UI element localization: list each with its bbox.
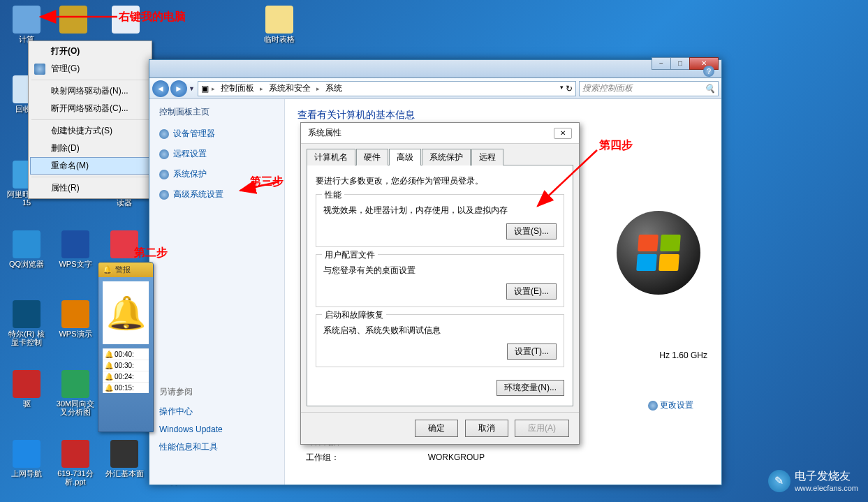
startup-settings-button[interactable]: 设置(T)... bbox=[507, 344, 557, 360]
bell-icon: 🔔 bbox=[105, 362, 113, 369]
menu-item[interactable]: 管理(G) bbox=[30, 60, 150, 77]
desktop-icon[interactable] bbox=[103, 230, 145, 260]
dialog-close-button[interactable]: ✕ bbox=[554, 128, 572, 139]
help-icon[interactable]: ? bbox=[703, 66, 714, 77]
menu-item[interactable]: 删除(D) bbox=[30, 140, 150, 157]
icon-label: 上网导航 bbox=[6, 469, 47, 478]
desktop-icon[interactable]: WPS文字 bbox=[54, 230, 96, 268]
icon-label: 30M同向交叉分析图 bbox=[54, 399, 96, 416]
menu-item[interactable]: 映射网络驱动器(N)... bbox=[30, 82, 150, 100]
sidebar-link[interactable]: 设备管理器 bbox=[159, 124, 274, 144]
env-vars-button[interactable]: 环境变量(N)... bbox=[496, 380, 564, 396]
alarm-list-item[interactable]: 🔔00:24: bbox=[103, 371, 149, 382]
desktop-icon[interactable]: 上网导航 bbox=[6, 440, 47, 478]
app-icon bbox=[61, 370, 89, 398]
breadcrumb-item[interactable]: 系统 bbox=[323, 82, 345, 94]
see-also-link[interactable]: Windows Update bbox=[159, 421, 274, 438]
desktop-icon[interactable]: 特尔(R) 核显卡控制 bbox=[6, 300, 47, 346]
dropdown-icon[interactable]: ▼ bbox=[189, 85, 195, 92]
dialog-tab[interactable]: 远程 bbox=[471, 149, 503, 165]
desktop-icon[interactable]: 30M同向交叉分析图 bbox=[54, 370, 96, 416]
desktop-icon[interactable]: 驱 bbox=[6, 370, 47, 408]
alarm-list-item[interactable]: 🔔00:15: bbox=[103, 382, 149, 393]
alarm-list-item[interactable]: 🔔00:40: bbox=[103, 348, 149, 360]
menu-item[interactable]: 重命名(M) bbox=[30, 157, 150, 175]
breadcrumb-item[interactable]: 控制面板 bbox=[218, 82, 257, 94]
dropdown-icon[interactable]: ▾ bbox=[560, 84, 564, 94]
app-icon bbox=[13, 440, 41, 468]
menu-separator bbox=[31, 80, 149, 80]
menu-item[interactable]: 属性(R) bbox=[30, 179, 150, 197]
alarm-list-item[interactable]: 🔔00:30: bbox=[103, 360, 149, 371]
app-icon bbox=[112, 6, 140, 34]
group-title: 性能 bbox=[322, 189, 344, 201]
watermark-logo-icon: ✎ bbox=[768, 470, 790, 492]
menu-item[interactable]: 创建快捷方式(S) bbox=[30, 122, 150, 140]
desktop-icon[interactable]: 临时表格 bbox=[258, 6, 300, 43]
breadcrumb-item[interactable]: 系统和安全 bbox=[266, 82, 314, 94]
sidebar: ? 控制面板主页 设备管理器远程设置系统保护高级系统设置 另请参阅 操作中心Wi… bbox=[149, 99, 285, 485]
desktop-icon[interactable]: WPS演示 bbox=[54, 300, 96, 338]
dialog-tab[interactable]: 高级 bbox=[389, 149, 421, 165]
sidebar-link[interactable]: 系统保护 bbox=[159, 164, 274, 184]
control-panel-icon: ▣ bbox=[201, 84, 209, 94]
group-desc: 视觉效果，处理器计划，内存使用，以及虚拟内存 bbox=[323, 205, 557, 216]
cancel-button[interactable]: 取消 bbox=[465, 420, 508, 437]
cpu-info: Hz 1.60 GHz bbox=[659, 350, 707, 360]
search-placeholder: 搜索控制面板 bbox=[582, 82, 633, 94]
app-icon bbox=[13, 300, 41, 328]
search-icon[interactable]: 🔍 bbox=[705, 84, 715, 94]
dialog-tab[interactable]: 系统保护 bbox=[422, 149, 471, 165]
icon-label: 619-731分析.ppt bbox=[54, 469, 96, 486]
bell-icon: 🔔 bbox=[103, 265, 112, 274]
bell-large-icon: 🔔 bbox=[106, 294, 146, 332]
shield-icon bbox=[34, 64, 45, 75]
admin-note: 要进行大多数更改，您必须作为管理员登录。 bbox=[316, 175, 564, 187]
user-profile-settings-button[interactable]: 设置(E)... bbox=[506, 283, 557, 300]
dialog-titlebar[interactable]: 系统属性 ✕ bbox=[301, 123, 579, 144]
performance-group: 性能 视觉效果，处理器计划，内存使用，以及虚拟内存 设置(S)... bbox=[316, 194, 564, 247]
menu-item[interactable]: 打开(O) bbox=[30, 43, 150, 60]
desktop-icon[interactable]: QQ浏览器 bbox=[6, 230, 47, 268]
icon-label: 驱 bbox=[6, 399, 47, 408]
shield-icon bbox=[159, 149, 169, 159]
sidebar-link[interactable]: 远程设置 bbox=[159, 144, 274, 164]
sidebar-link[interactable]: 高级系统设置 bbox=[159, 184, 274, 205]
dialog-tab[interactable]: 计算机名 bbox=[307, 149, 355, 165]
ok-button[interactable]: 确定 bbox=[415, 420, 458, 437]
alarm-list: 🔔00:40:🔔00:30:🔔00:24:🔔00:15: bbox=[103, 348, 149, 393]
minimize-button[interactable]: − bbox=[652, 57, 671, 70]
desktop-icon[interactable] bbox=[105, 6, 147, 35]
forward-button[interactable]: ► bbox=[170, 80, 187, 97]
icon-label: QQ浏览器 bbox=[6, 260, 47, 268]
performance-settings-button[interactable]: 设置(S)... bbox=[506, 223, 557, 239]
user-profile-group: 用户配置文件 与您登录有关的桌面设置 设置(E)... bbox=[316, 254, 564, 307]
see-also-link[interactable]: 性能信息和工具 bbox=[159, 438, 274, 457]
icon-label: WPS演示 bbox=[54, 330, 96, 338]
address-bar[interactable]: ▣▸ 控制面板▸ 系统和安全▸ 系统 ▾ ↻ bbox=[198, 81, 576, 96]
dialog-tabs: 计算机名硬件高级系统保护远程 bbox=[301, 144, 579, 165]
icon-label: 外汇基本面 bbox=[103, 469, 145, 478]
apply-button[interactable]: 应用(A) bbox=[515, 420, 569, 437]
dialog-tab[interactable]: 硬件 bbox=[356, 149, 388, 165]
desktop-icon[interactable]: 619-731分析.ppt bbox=[54, 440, 96, 486]
menu-item[interactable]: 断开网络驱动器(C)... bbox=[30, 100, 150, 117]
refresh-icon[interactable]: ↻ bbox=[566, 84, 573, 94]
watermark-name: 电子发烧友 bbox=[795, 469, 858, 484]
back-button[interactable]: ◄ bbox=[152, 80, 169, 97]
search-box[interactable]: 搜索控制面板 🔍 bbox=[579, 81, 719, 96]
window-titlebar[interactable]: − □ ✕ bbox=[149, 60, 721, 78]
app-icon bbox=[13, 370, 41, 398]
see-also-link[interactable]: 操作中心 bbox=[159, 402, 274, 421]
windows-logo bbox=[617, 211, 700, 295]
tab-page-advanced: 要进行大多数更改，您必须作为管理员登录。 性能 视觉效果，处理器计划，内存使用，… bbox=[307, 165, 573, 406]
change-settings-link[interactable]: 更改设置 bbox=[648, 399, 693, 411]
desktop-icon[interactable]: 外汇基本面 bbox=[103, 440, 145, 478]
alarm-titlebar[interactable]: 🔔 警报 bbox=[98, 263, 153, 277]
sidebar-heading: 控制面板主页 bbox=[159, 106, 274, 118]
watermark-url: www.elecfans.com bbox=[795, 484, 858, 492]
alarm-window: 🔔 警报 🔔 🔔00:40:🔔00:30:🔔00:24:🔔00:15: bbox=[98, 262, 154, 432]
maximize-button[interactable]: □ bbox=[670, 57, 690, 70]
desktop-icon[interactable] bbox=[52, 6, 94, 35]
desktop-icon[interactable]: 计算 bbox=[6, 6, 47, 43]
